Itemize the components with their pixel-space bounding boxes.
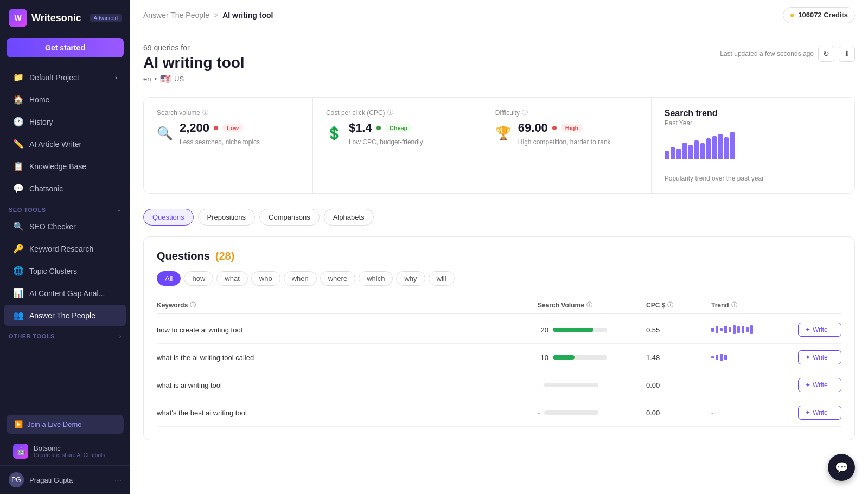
table-row: what is the ai writing tool called 10 1.…: [157, 344, 841, 371]
sidebar-item-seo-checker[interactable]: 🔍 SEO Checker: [4, 216, 126, 237]
get-started-button[interactable]: Get started: [7, 38, 124, 57]
tab-prepositions[interactable]: Prepositions: [198, 209, 256, 226]
divider: •: [154, 75, 157, 83]
dot-red: [552, 126, 557, 130]
history-icon: 🕐: [13, 117, 24, 127]
mini-bar: [716, 355, 718, 360]
trend-cell: -: [711, 378, 798, 392]
cpc-value: 0.55: [646, 326, 711, 334]
stat-number: 2,200 Low: [180, 121, 260, 135]
write-button[interactable]: ✦ Write: [798, 378, 841, 392]
tab-questions[interactable]: Questions: [143, 209, 194, 226]
sidebar-item-default-project[interactable]: 📁 Default Project ›: [4, 67, 126, 88]
sidebar-item-answer-the-people[interactable]: 👥 Answer The People: [4, 305, 126, 326]
trend-bar: [712, 136, 717, 159]
dot-red: [214, 126, 218, 130]
stat-card-cpc: Cost per click (CPC) ⓘ 💲 $1.4 Cheap Low …: [313, 98, 482, 193]
lang-badge: en • 🇺🇸 US: [143, 74, 245, 84]
topbar: Answer The People > AI writing tool ● 10…: [130, 0, 868, 30]
user-section: PG Pragati Gupta ⋯: [0, 465, 130, 494]
stat-label: Difficulty ⓘ: [495, 108, 638, 117]
trend-dash: -: [711, 409, 713, 417]
q-tab-why[interactable]: why: [396, 271, 425, 286]
sidebar-item-keyword-research[interactable]: 🔑 Keyword Research: [4, 238, 126, 259]
sv-cell: 10: [538, 354, 646, 362]
botsonic-icon: 🤖: [13, 444, 28, 459]
query-count: 69 queries for: [143, 43, 245, 52]
trend-bar: [718, 134, 723, 159]
breadcrumb-separator: >: [214, 11, 218, 20]
mini-bar: [716, 326, 718, 333]
mini-bar: [720, 328, 723, 331]
botsonic-name: Botsonic: [34, 444, 105, 452]
questions-title: Questions: [157, 250, 210, 262]
trend-cell: [711, 323, 798, 336]
coin-icon: ●: [790, 10, 795, 20]
cluster-icon: 🌐: [13, 266, 24, 276]
chevron-right-icon: ›: [115, 74, 117, 81]
sidebar-item-chatsonic[interactable]: 💬 Chatsonic: [4, 178, 126, 199]
write-button[interactable]: ✦ Write: [798, 406, 841, 420]
tab-comparisons[interactable]: Comparisons: [259, 209, 320, 226]
questions-count: (28): [215, 250, 235, 262]
write-button[interactable]: ✦ Write: [798, 323, 841, 337]
trophy-icon: 🏆: [495, 126, 512, 141]
q-tab-how[interactable]: how: [184, 271, 213, 286]
table-row: what's the best ai writing tool - 0.00 -…: [157, 399, 841, 427]
sidebar-item-ai-article-writer[interactable]: ✏️ AI Article Writer: [4, 133, 126, 155]
write-button[interactable]: ✦ Write: [798, 350, 841, 364]
sv-bar: [553, 355, 575, 360]
q-tab-will[interactable]: will: [429, 271, 455, 286]
flag-icon: 🇺🇸: [160, 74, 171, 84]
cpc-value: 0.00: [646, 409, 711, 417]
sidebar-item-topic-clusters[interactable]: 🌐 Topic Clusters: [4, 260, 126, 281]
sv-number: 10: [538, 354, 548, 362]
trend-bar: [688, 145, 693, 159]
refresh-button[interactable]: ↻: [818, 46, 834, 62]
dollar-icon: 💲: [326, 126, 342, 141]
trend-bar: [694, 140, 699, 159]
q-tab-who[interactable]: who: [251, 271, 280, 286]
user-menu-dots[interactable]: ⋯: [114, 476, 122, 484]
mini-bar: [746, 327, 749, 332]
join-demo-button[interactable]: ▶️ Join a Live Demo: [7, 415, 124, 434]
mini-bar: [729, 327, 731, 332]
info-icon: ⓘ: [731, 301, 737, 309]
q-tab-when[interactable]: when: [284, 271, 317, 286]
stats-grid: Search volume ⓘ 🔍 2,200 Low Less searche…: [143, 97, 855, 194]
status-badge: Low: [222, 124, 243, 132]
sidebar-item-home[interactable]: 🏠 Home: [4, 89, 126, 110]
botsonic-info: Botsonic Create and share AI Chatbots: [34, 444, 105, 458]
home-icon: 🏠: [13, 94, 24, 105]
sidebar-item-ai-content-gap[interactable]: 📊 AI Content Gap Anal...: [4, 283, 126, 304]
sidebar-item-label: Knowledge Base: [29, 162, 86, 171]
dot-green: [376, 126, 381, 130]
sidebar-item-history[interactable]: 🕐 History: [4, 111, 126, 132]
credits-value: 106072 Credits: [798, 11, 848, 19]
botsonic-sub: Create and share AI Chatbots: [34, 452, 105, 458]
info-icon: ⓘ: [586, 301, 592, 309]
sidebar-item-knowledge-base[interactable]: 📋 Knowledge Base: [4, 156, 126, 177]
breadcrumb-parent[interactable]: Answer The People: [143, 11, 209, 20]
sv-bar-wrap: [553, 328, 607, 332]
avatar: PG: [9, 472, 24, 487]
trend-sub: Past Year: [665, 119, 841, 127]
q-tab-which[interactable]: which: [359, 271, 393, 286]
botsonic-section[interactable]: 🤖 Botsonic Create and share AI Chatbots: [4, 438, 126, 464]
download-button[interactable]: ⬇: [839, 46, 855, 62]
people-icon: 👥: [13, 310, 24, 320]
fab-button[interactable]: 💬: [828, 454, 855, 481]
info-icon: ⓘ: [522, 108, 528, 117]
q-tab-where[interactable]: where: [320, 271, 355, 286]
search-icon: 🔍: [13, 221, 24, 232]
mini-bar: [711, 328, 714, 332]
title-block: 69 queries for AI writing tool en • 🇺🇸 U…: [143, 43, 245, 84]
tab-alphabets[interactable]: Alphabets: [324, 209, 374, 226]
trend-info: Search trend Past Year: [665, 108, 841, 182]
q-tab-what[interactable]: what: [216, 271, 247, 286]
th-search-volume: Search Volume ⓘ: [538, 301, 646, 309]
q-tab-all[interactable]: All: [157, 271, 181, 286]
chart-icon: 📊: [13, 288, 24, 298]
keyword-text: what's the best ai writing tool: [157, 409, 538, 417]
stat-card-search-volume: Search volume ⓘ 🔍 2,200 Low Less searche…: [144, 98, 313, 193]
